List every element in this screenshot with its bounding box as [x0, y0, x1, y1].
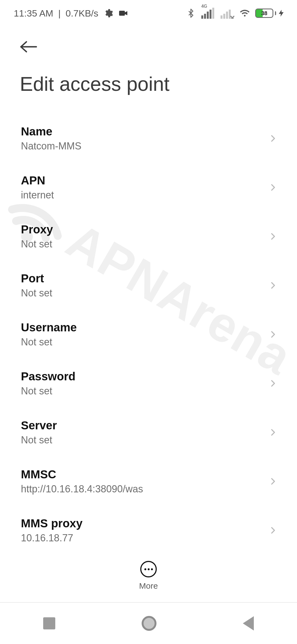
- wifi-icon: [240, 8, 250, 18]
- svg-rect-8: [223, 14, 225, 19]
- setting-label: Port: [21, 272, 269, 285]
- svg-rect-3: [204, 14, 206, 19]
- status-time: 11:35 AM: [14, 8, 53, 19]
- arrow-left-icon: [20, 41, 37, 53]
- status-bar: 11:35 AM | 0.7KB/s 4G: [0, 0, 297, 26]
- chevron-right-icon: [269, 330, 277, 339]
- setting-value: 10.16.18.77: [21, 532, 269, 544]
- settings-gear-icon: [103, 8, 113, 18]
- setting-value: Natcom-MMS: [21, 140, 269, 152]
- setting-item-mms-proxy[interactable]: MMS proxy10.16.18.77: [0, 506, 297, 555]
- setting-item-port[interactable]: PortNot set: [0, 261, 297, 310]
- setting-label: Proxy: [21, 223, 269, 236]
- svg-rect-4: [207, 12, 209, 19]
- setting-item-username[interactable]: UsernameNot set: [0, 310, 297, 359]
- square-icon: [43, 617, 55, 629]
- chevron-right-icon: [269, 232, 277, 241]
- setting-value: Not set: [21, 287, 269, 299]
- setting-item-password[interactable]: PasswordNot set: [0, 359, 297, 408]
- battery-indicator: 38: [255, 9, 286, 18]
- setting-label: Name: [21, 125, 269, 138]
- svg-rect-6: [212, 8, 214, 19]
- status-separator: |: [58, 8, 61, 19]
- setting-label: Username: [21, 321, 269, 334]
- svg-rect-9: [226, 12, 228, 19]
- more-icon: [140, 561, 157, 577]
- setting-value: Not set: [21, 385, 269, 397]
- svg-rect-10: [229, 10, 231, 19]
- setting-item-name[interactable]: NameNatcom-MMS: [0, 114, 297, 163]
- bluetooth-icon: [186, 8, 196, 18]
- chevron-right-icon: [269, 379, 277, 388]
- chevron-right-icon: [269, 477, 277, 485]
- chevron-right-icon: [269, 526, 277, 534]
- setting-label: Password: [21, 370, 269, 383]
- system-nav-bar: [0, 602, 297, 644]
- setting-item-apn[interactable]: APNinternet: [0, 163, 297, 212]
- setting-item-proxy[interactable]: ProxyNot set: [0, 212, 297, 261]
- chevron-right-icon: [269, 183, 277, 192]
- setting-label: Server: [21, 419, 269, 432]
- network-tag: 4G: [201, 4, 207, 9]
- video-camera-icon: [118, 8, 128, 18]
- nav-home-button[interactable]: [131, 610, 167, 636]
- circle-icon: [142, 616, 156, 631]
- signal-sim1: 4G: [201, 8, 215, 19]
- chevron-right-icon: [269, 134, 277, 143]
- more-button[interactable]: More: [0, 553, 297, 591]
- nav-recent-button[interactable]: [32, 612, 66, 635]
- setting-item-mmsc[interactable]: MMSChttp://10.16.18.4:38090/was: [0, 457, 297, 506]
- setting-value: http://10.16.18.4:38090/was: [21, 483, 269, 495]
- setting-item-server[interactable]: ServerNot set: [0, 408, 297, 457]
- battery-percent: 38: [256, 10, 273, 17]
- svg-rect-7: [221, 15, 222, 19]
- charging-bolt-icon: [278, 9, 286, 17]
- svg-rect-1: [119, 11, 125, 16]
- setting-label: APN: [21, 174, 269, 187]
- chevron-right-icon: [269, 428, 277, 436]
- svg-rect-2: [201, 15, 203, 19]
- nav-back-button[interactable]: [232, 611, 265, 636]
- page-title: Edit access point: [20, 73, 277, 95]
- setting-label: MMS proxy: [21, 517, 269, 530]
- triangle-left-icon: [243, 616, 254, 631]
- signal-sim2: [221, 8, 234, 19]
- setting-value: Not set: [21, 336, 269, 348]
- more-label: More: [139, 581, 158, 591]
- setting-value: internet: [21, 189, 269, 201]
- status-speed: 0.7KB/s: [66, 8, 98, 19]
- setting-value: Not set: [21, 434, 269, 446]
- svg-rect-5: [210, 10, 211, 19]
- settings-list: NameNatcom-MMSAPNinternetProxyNot setPor…: [0, 95, 297, 555]
- setting-value: Not set: [21, 238, 269, 250]
- back-button[interactable]: [20, 37, 40, 57]
- setting-label: MMSC: [21, 468, 269, 481]
- chevron-right-icon: [269, 281, 277, 290]
